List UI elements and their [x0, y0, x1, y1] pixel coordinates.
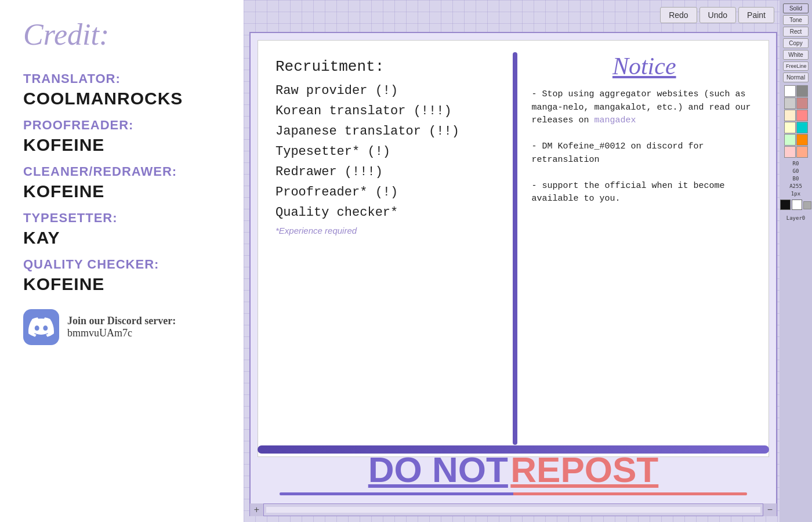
page-right: Notice - Stop using aggregator websites … — [517, 41, 769, 456]
secondary-color[interactable] — [803, 201, 811, 209]
credit-title: Credit: — [23, 17, 226, 52]
page-divider — [513, 52, 517, 445]
scroll-right-button[interactable]: − — [763, 503, 777, 516]
color-swatch-lightgray[interactable] — [784, 97, 796, 109]
color-swatch-pink[interactable] — [784, 146, 796, 158]
r-value: R0 — [793, 161, 799, 166]
recruit-item-1: Korean translator (!!!) — [276, 104, 501, 118]
layer-label: Layer0 — [786, 215, 806, 221]
recruit-item-6: Quality checker* — [276, 205, 501, 220]
typesetter-label: Typesetter: — [23, 211, 226, 226]
discord-code: bmmvuUAm7c — [67, 327, 176, 339]
qc-label: Quality Checker: — [23, 257, 226, 272]
color-swatch-cream[interactable] — [784, 110, 796, 121]
color-swatch-rose[interactable] — [796, 97, 808, 109]
color-swatch-orange[interactable] — [796, 134, 808, 146]
page-content: Recruitment: Raw provider (!) Korean tra… — [258, 40, 769, 457]
tool-normal[interactable]: Normal — [783, 72, 809, 82]
foreground-color[interactable] — [780, 200, 791, 210]
toolbar-top: Redo Undo Paint — [660, 7, 774, 23]
recruit-item-4: Redrawer (!!!) — [276, 165, 501, 179]
mangadex-link[interactable]: mangadex — [594, 115, 636, 125]
repost-text: REPOST — [510, 449, 658, 490]
recruitment-title: Recruitment: — [276, 58, 501, 75]
tool-white[interactable]: White — [783, 50, 809, 60]
color-swatch-gray[interactable] — [796, 85, 808, 97]
notice-title: Notice — [532, 52, 757, 80]
cleaner-name: KOFEINE — [23, 182, 226, 201]
discord-info: Join our Discord server: bmmvuUAm7c — [67, 315, 176, 339]
tool-tone[interactable]: Tone — [783, 15, 809, 25]
discord-prompt: Join our Discord server: — [67, 315, 176, 327]
background-color[interactable] — [792, 200, 802, 210]
cleaner-label: Cleaner/Redrawer: — [23, 164, 226, 179]
discord-box[interactable]: Join our Discord server: bmmvuUAm7c — [23, 309, 226, 345]
b-value: B0 — [793, 176, 799, 182]
page-left: Recruitment: Raw provider (!) Korean tra… — [258, 41, 513, 456]
typesetter-name: KAY — [23, 228, 226, 248]
recruit-item-5: Proofreader* (!) — [276, 185, 501, 200]
underline-bar — [280, 492, 747, 495]
recruit-item-2: Japanese translator (!!) — [276, 124, 501, 139]
color-swatch-salmon[interactable] — [796, 110, 808, 121]
canvas-scrollbar-bar: + − — [249, 503, 777, 516]
color-swatch-yellow[interactable] — [784, 122, 796, 133]
color-swatch-green[interactable] — [784, 134, 796, 146]
proofreader-name: KOFEINE — [23, 135, 226, 155]
tool-freeline[interactable]: FreeLine — [783, 61, 809, 71]
do-not-repost: DO NOT REPOST — [280, 449, 747, 495]
canvas-area: Recruitment: Raw provider (!) Korean tra… — [249, 32, 777, 505]
experience-note: *Experience required — [276, 226, 501, 235]
tool-solid[interactable]: Solid — [783, 3, 809, 13]
tool-rect[interactable]: Rect — [783, 27, 809, 37]
redo-button[interactable]: Redo — [660, 7, 697, 23]
recruit-item-0: Raw provider (!) — [276, 84, 501, 98]
left-panel: Credit: Translator: COOLMANROCKS Proofre… — [0, 0, 244, 522]
color-swatch-white[interactable] — [784, 85, 796, 97]
notice-text: - Stop using aggregator websites (such a… — [532, 88, 757, 206]
right-toolbar: Solid Tone Rect Copy White FreeLine Norm… — [780, 0, 812, 522]
px-value: 1px — [791, 191, 800, 197]
translator-name: COOLMANROCKS — [23, 89, 226, 108]
right-panel: Redo Undo Paint Recruitment: Raw provide… — [244, 0, 812, 522]
translator-label: Translator: — [23, 71, 226, 86]
discord-icon[interactable] — [23, 309, 59, 345]
g-value: G0 — [793, 168, 799, 174]
recruit-item-3: Typesetter* (!) — [276, 144, 501, 159]
color-swatch-peach[interactable] — [796, 146, 808, 158]
paint-button[interactable]: Paint — [738, 7, 774, 23]
qc-name: KOFEINE — [23, 274, 226, 294]
color-grid — [784, 85, 808, 158]
proofreader-label: Proofreader: — [23, 118, 226, 133]
undo-button[interactable]: Undo — [699, 7, 736, 23]
scroll-left-button[interactable]: + — [250, 503, 264, 516]
color-swatch-teal[interactable] — [796, 122, 808, 133]
do-not-text: DO NOT — [368, 449, 508, 490]
scrollbar-track[interactable] — [266, 507, 760, 513]
tool-copy[interactable]: Copy — [783, 38, 809, 48]
a-value: A255 — [789, 183, 802, 189]
active-colors — [780, 200, 811, 210]
